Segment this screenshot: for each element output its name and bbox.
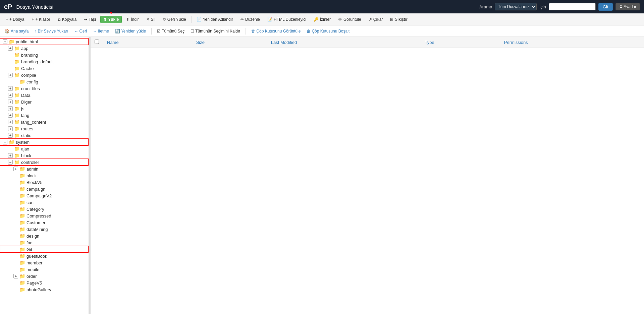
tree-item-member[interactable]: 📁member <box>0 259 89 266</box>
tree-item-photoGallery[interactable]: 📁photoGallery <box>0 286 89 293</box>
tree-item-branding_default[interactable]: 📁branding_default <box>0 58 89 65</box>
back-button[interactable]: ← Geri <box>72 28 89 34</box>
last-modified-column-header[interactable]: Last Modified <box>267 37 421 48</box>
select-all-button[interactable]: ☑ Tümünü Seç <box>155 28 186 34</box>
tree-item-mobile[interactable]: 📁mobile <box>0 266 89 273</box>
expand-btn-js[interactable]: + <box>8 106 13 111</box>
folder-icon-app: 📁 <box>14 46 20 51</box>
expand-btn-Diger[interactable]: + <box>8 100 13 104</box>
search-input[interactable] <box>549 3 596 10</box>
permissions-column-header[interactable]: Permissions <box>500 37 644 48</box>
extract-icon: ↗ <box>369 17 372 22</box>
add-file-button[interactable]: + + Dosya <box>3 16 27 23</box>
expand-btn-lang_content[interactable]: + <box>8 120 13 124</box>
tree-item-Compressed[interactable]: 📁Compressed <box>0 212 89 219</box>
tree-item-cron_files[interactable]: +📁cron_files <box>0 85 89 92</box>
tree-item-controller[interactable]: −📁controller <box>0 159 89 166</box>
rename-button[interactable]: 📄 Yeniden Adlandır <box>194 16 236 23</box>
expand-btn-compile[interactable]: + <box>8 73 13 77</box>
tree-item-Data[interactable]: +📁Data <box>0 92 89 99</box>
checkbox-header[interactable] <box>91 37 103 48</box>
tree-item-faq[interactable]: 📁faq <box>0 239 89 246</box>
upload-button[interactable]: ⬆ Yükle <box>100 16 122 23</box>
tree-item-block[interactable]: 📁block <box>0 172 89 179</box>
tree-item-admin[interactable]: +📁admin <box>0 166 89 172</box>
tree-item-guestBook[interactable]: 📁guestBook <box>0 253 89 259</box>
folder-icon-PageV5: 📁 <box>19 280 25 286</box>
tree-item-config[interactable]: 📁config <box>0 78 89 85</box>
expand-btn-order[interactable]: + <box>13 274 18 278</box>
tree-item-cart[interactable]: 📁cart <box>0 199 89 206</box>
expand-btn-system[interactable]: − <box>3 140 7 144</box>
tree-item-Customer[interactable]: 📁Customer <box>0 219 89 226</box>
home-label: Ana sayfa <box>11 29 29 34</box>
expand-btn-routes[interactable]: + <box>8 126 13 131</box>
extract-button[interactable]: ↗ Çıkar <box>366 16 386 23</box>
tree-item-branding[interactable]: 📁branding <box>0 52 89 58</box>
tree-item-campaign[interactable]: 📁campaign <box>0 186 89 192</box>
tree-item-design[interactable]: 📁design <box>0 233 89 239</box>
tree-item-system[interactable]: −📁system <box>0 139 89 145</box>
tree-item-routes[interactable]: +📁routes <box>0 125 89 132</box>
trash-empty-button[interactable]: 🗑 Çöp Kutusunu Boşalt <box>305 28 352 34</box>
trash-view-button[interactable]: 🗑 Çöp Kutusunu Görüntüle <box>249 28 303 34</box>
tree-item-public_html[interactable]: +📁public_html <box>0 38 89 45</box>
expand-btn-Data[interactable]: + <box>8 93 13 98</box>
delete-icon: ✕ <box>146 17 150 22</box>
delete-button[interactable]: ✕ Sil <box>143 16 158 23</box>
forward-button[interactable]: → İletme <box>91 28 111 34</box>
expand-btn-block_sys[interactable]: + <box>8 153 13 158</box>
up-one-level-button[interactable]: ↑ Bir Seviye Yukarı <box>33 28 70 34</box>
tree-item-BlockV5[interactable]: 📁BlockV5 <box>0 179 89 186</box>
folder-name-lang_content: lang_content <box>21 120 46 125</box>
copy-button[interactable]: ⧉ Kopyala <box>55 16 79 23</box>
expand-btn-app[interactable]: + <box>8 46 13 51</box>
expand-btn-cron_files[interactable]: + <box>8 86 13 91</box>
reload-button[interactable]: 🔄 Yeniden yükle <box>113 28 148 34</box>
view-button[interactable]: 👁 Görüntüle <box>335 16 364 23</box>
tree-item-PageV5[interactable]: 📁PageV5 <box>0 279 89 286</box>
tree-item-Category[interactable]: 📁Category <box>0 206 89 212</box>
tree-item-Diger[interactable]: +📁Diger <box>0 99 89 105</box>
top-nav: cP Dosya Yöneticisi Arama Tüm Dosyaların… <box>0 0 644 13</box>
move-button[interactable]: ⇥ Taşı <box>81 16 99 23</box>
home-button[interactable]: 🏠 Ana sayfa <box>3 28 31 34</box>
permissions-button[interactable]: 🔑 İzinler <box>311 16 334 23</box>
edit-button[interactable]: ✏ Düzenle <box>237 16 263 23</box>
tree-item-ajax[interactable]: 📁ajax <box>0 145 89 152</box>
tree-item-lang_content[interactable]: +📁lang_content <box>0 119 89 125</box>
restore-button[interactable]: ↺ Geri Yükle <box>160 16 189 23</box>
size-column-header[interactable]: Size <box>192 37 267 48</box>
add-folder-button[interactable]: + + Klasör <box>29 16 53 23</box>
html-editor-button[interactable]: 📝 HTML Düzenleyici <box>264 16 309 23</box>
folder-name-member: member <box>26 260 43 265</box>
tree-item-static[interactable]: +📁static <box>0 132 89 139</box>
tree-item-dataMining[interactable]: 📁dataMining <box>0 226 89 233</box>
upload-label: Yükle <box>108 17 119 22</box>
tree-item-lang[interactable]: +📁lang <box>0 112 89 119</box>
expand-btn-lang[interactable]: + <box>8 113 13 118</box>
tree-item-Git[interactable]: 📁Git <box>0 246 89 253</box>
expand-btn-public_html[interactable]: + <box>3 39 7 44</box>
tree-item-js[interactable]: +📁js <box>0 105 89 112</box>
compress-button[interactable]: ⊟ Sıkıştır <box>387 16 410 23</box>
expand-btn-admin[interactable]: + <box>13 167 18 171</box>
settings-button[interactable]: ⚙ Ayarlar <box>615 3 640 10</box>
forward-icon: → <box>93 29 97 34</box>
download-button[interactable]: ⬇ İndir <box>123 16 142 23</box>
search-scope-select[interactable]: Tüm Dosyalarınız <box>495 3 537 10</box>
type-column-header[interactable]: Type <box>421 37 500 48</box>
deselect-all-button[interactable]: ☐ Tümünün Seçimini Kaldır <box>189 28 242 34</box>
tree-item-compile[interactable]: +📁compile <box>0 72 89 78</box>
tree-item-Cache[interactable]: 📁Cache <box>0 65 89 72</box>
name-column-header[interactable]: Name <box>103 37 192 48</box>
select-all-checkbox[interactable] <box>95 40 99 44</box>
tree-item-CampaignV2[interactable]: 📁CampaignV2 <box>0 192 89 199</box>
tree-item-app[interactable]: +📁app <box>0 45 89 52</box>
expand-btn-controller[interactable]: − <box>8 160 13 165</box>
git-button[interactable]: Git <box>598 3 613 11</box>
expand-btn-static[interactable]: + <box>8 133 13 138</box>
search-label: Arama <box>479 4 492 9</box>
tree-item-block_sys[interactable]: +📁block <box>0 152 89 159</box>
tree-item-order[interactable]: +📁order <box>0 273 89 279</box>
